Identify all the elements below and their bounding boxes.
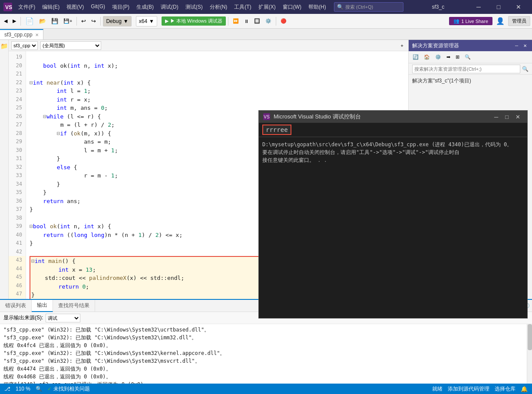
debug-console-title-bar: VS Microsoft Visual Studio 调试控制台 ─ □ ✕ [259, 111, 527, 123]
output-body: "sf3_cpp.exe" (Win32): 已加载 "C:\Windows\S… [0, 324, 532, 384]
search-magnifier-icon: 🔍 [522, 66, 529, 72]
scope-selector[interactable]: (全局范围) [40, 41, 101, 50]
toolbar: ◀ ▶ 📄 📂 💾 💾+ ↩ ↪ Debug ▼ x64 ▼ ▶ ▶ 本地 Wi… [0, 14, 532, 29]
editor-toolbar: sf3_cpp (全局范围) + [9, 40, 408, 51]
breakpoint-button[interactable]: 🔴 [278, 16, 289, 27]
forward-button[interactable]: ▶ [10, 16, 18, 27]
menu-window[interactable]: 窗口(W) [279, 2, 305, 13]
no-issues-indicator[interactable]: ✓ 未找到相关问题 [47, 385, 90, 393]
se-collapse-btn[interactable]: ─ [513, 40, 520, 51]
debug-console-input: rrrree [259, 123, 527, 137]
menu-analyze[interactable]: 分析(N) [206, 2, 231, 13]
zoom-level[interactable]: 110 % [16, 386, 30, 392]
toolbar-separator-5 [276, 17, 276, 26]
search-icon: 🔍 [337, 4, 344, 10]
menu-tools[interactable]: 工具(T) [231, 2, 254, 13]
output-scrollbar[interactable] [527, 324, 532, 384]
toolbar-btn-extra1[interactable]: ⏩ [231, 16, 241, 27]
tab-error-list[interactable]: 错误列表 [0, 300, 32, 312]
menu-test[interactable]: 测试(S) [182, 2, 206, 13]
code-line-21 [30, 70, 405, 79]
menu-view[interactable]: 视图(V) [63, 2, 87, 13]
file-selector[interactable]: sf3_cpp [11, 41, 38, 50]
se-home-btn[interactable]: 🏠 [422, 52, 432, 63]
play-icon: ▶ [165, 18, 169, 24]
select-repo-button[interactable]: 选择仓库 [495, 385, 515, 393]
search-label[interactable]: 搜索 (Ctrl+Q) [345, 4, 373, 10]
undo-button[interactable]: ↩ [79, 16, 88, 27]
se-close-btn[interactable]: ✕ [522, 40, 529, 51]
manage-button[interactable]: 管理员 [508, 16, 530, 26]
output-line-1: "sf3_cpp.exe" (Win32): 已加载 "C:\Windows\S… [3, 326, 523, 334]
maximize-button[interactable]: □ [489, 0, 509, 14]
se-search-input[interactable] [412, 65, 520, 73]
tab-find-symbol[interactable]: 查找符号结果 [53, 300, 95, 312]
console-maximize-btn[interactable]: □ [502, 113, 511, 121]
toolbar-btn-extra2[interactable]: ⏸ [242, 16, 251, 27]
debug-console-output: D:\mysetup\gopath\src\dev\sf3_c\x64\Debu… [262, 141, 524, 164]
menu-project[interactable]: 项目(P) [109, 2, 133, 13]
menu-edit[interactable]: 编辑(E) [39, 2, 63, 13]
open-button[interactable]: 📂 [37, 16, 48, 27]
se-filter-btn[interactable]: 🔍 [463, 52, 473, 63]
menu-file[interactable]: 文件(F) [15, 2, 39, 13]
menu-extensions[interactable]: 扩展(X) [255, 2, 279, 13]
live-share-button[interactable]: 👥 1 Live Share [449, 17, 492, 25]
se-tree-item[interactable]: 解决方案"sf3_c"(1个项目) [410, 76, 530, 85]
close-button[interactable]: ✕ [509, 0, 529, 14]
scrollbar-thumb[interactable] [528, 324, 532, 350]
play-label: ▶ 本地 Windows 调试器 [170, 18, 222, 24]
toolbar-btn-extra3[interactable]: 🔲 [252, 16, 262, 27]
start-debug-button[interactable]: ▶ ▶ 本地 Windows 调试器 [162, 16, 226, 26]
output-source-select[interactable]: 调试 [46, 314, 80, 322]
tab-close-button[interactable]: ✕ [35, 33, 39, 37]
code-line-19 [30, 53, 405, 62]
se-grid-btn[interactable]: ⊞ [453, 52, 462, 63]
save-button[interactable]: 💾 [49, 16, 60, 27]
add-to-source-button[interactable]: 添加到源代码管理 [448, 385, 489, 393]
tab-sf3-cpp[interactable]: sf3_cpp.cpp ✕ [0, 29, 43, 39]
menu-build[interactable]: 生成(B) [133, 2, 157, 13]
tab-output[interactable]: 输出 [32, 300, 53, 312]
live-share-label: 1 Live Share [461, 19, 488, 24]
bell-icon[interactable]: 🔔 [521, 386, 528, 392]
tab-bar: sf3_cpp.cpp ✕ [0, 29, 532, 40]
output-line-7: 线程 0x4d68 已退出，返回值为 0 (0x0)。 [3, 373, 523, 381]
console-input-box[interactable]: rrrree [262, 125, 291, 135]
activity-bar-item[interactable]: 📁 [0, 43, 8, 49]
se-sync-btn[interactable]: 🔄 [410, 52, 421, 63]
console-minimize-btn[interactable]: ─ [492, 113, 501, 121]
save-all-button[interactable]: 💾+ [61, 16, 74, 27]
window-title: sf3_c [408, 4, 469, 10]
redo-button[interactable]: ↪ [89, 16, 98, 27]
output-line-8: 程序"[4340] sf3_cpp.exe"已退出，返回值为 0 (0x0)。 [3, 381, 523, 384]
new-project-button[interactable]: 📄 [23, 16, 36, 27]
se-search-box: 🔍 [409, 63, 532, 75]
menu-git[interactable]: Git(G) [87, 2, 109, 13]
menu-help[interactable]: 帮助(H) [305, 2, 330, 13]
se-settings-btn[interactable]: ⚙️ [433, 52, 443, 63]
platform-label: x64 [139, 18, 147, 24]
toolbar-separator-2 [76, 17, 77, 26]
console-close-btn[interactable]: ✕ [513, 113, 523, 121]
tab-label: sf3_cpp.cpp [4, 32, 33, 38]
live-share-icon: 👥 [453, 18, 459, 24]
debug-console-body: D:\mysetup\gopath\src\dev\sf3_c\x64\Debu… [259, 137, 527, 318]
output-line-5: "sf3_cpp.exe" (Win32): 已加载 "C:\Windows\S… [3, 357, 523, 365]
menu-debug[interactable]: 调试(D) [157, 2, 182, 13]
output-source-label: 显示输出来源(S): [3, 314, 43, 322]
profile-icon[interactable]: 👤 [496, 17, 505, 25]
debug-config-dropdown[interactable]: Debug ▼ [103, 16, 131, 26]
source-control-icon[interactable]: ⎇ [4, 386, 10, 392]
toolbar-btn-extra4[interactable]: ⚙️ [263, 16, 274, 27]
platform-dropdown[interactable]: x64 ▼ [136, 16, 157, 26]
back-button[interactable]: ◀ [2, 16, 10, 27]
debug-console-vs-icon: VS [263, 113, 270, 120]
magnifier-icon[interactable]: 🔍 [36, 386, 42, 392]
minimize-button[interactable]: ─ [469, 0, 489, 14]
se-arrow-btn[interactable]: ➡ [444, 52, 453, 63]
se-toolbar: 🔄 🏠 ⚙️ ➡ ⊞ 🔍 [409, 51, 532, 63]
editor-toolbar-btn[interactable]: + [399, 40, 406, 51]
solution-explorer-header: 解决方案资源管理器 ─ ✕ [409, 40, 532, 51]
code-line-23: int l = 1; [30, 87, 405, 95]
